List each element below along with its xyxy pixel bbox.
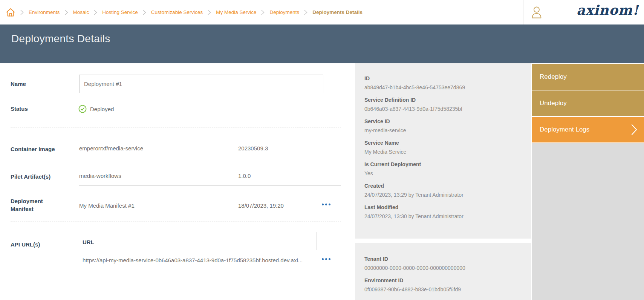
table-row-divider — [81, 269, 341, 269]
top-bar: Environments Mosaic Hosting Service Cust… — [0, 0, 644, 24]
topbar-divider — [523, 0, 523, 24]
info-field: Service Definition ID 0b646a03-a837-4413… — [364, 97, 524, 112]
status-check-icon — [78, 105, 87, 113]
row-divider — [79, 185, 341, 186]
section-divider — [11, 222, 341, 222]
name-input[interactable] — [79, 75, 323, 93]
deployment-logs-button[interactable]: Deployment Logs — [532, 117, 644, 142]
breadcrumb-item-mosaic[interactable]: Mosaic — [73, 9, 89, 15]
chevron-right-icon — [304, 10, 307, 15]
info-field-value: my-media-service — [364, 127, 524, 133]
chevron-right-icon — [94, 10, 97, 15]
breadcrumb-item-hosting-service[interactable]: Hosting Service — [102, 9, 138, 15]
info-field-value: 0b646a03-a837-4413-9d0a-1f75d58235bf — [364, 106, 524, 112]
info-field-value: My Media Service — [364, 149, 524, 155]
section-divider — [11, 127, 341, 127]
deployment-manifest-label: Deployment Manifest — [11, 197, 67, 213]
status-value: Deployed — [90, 106, 114, 112]
breadcrumb-item-environments[interactable]: Environments — [29, 9, 60, 15]
info-field: Service ID my-media-service — [364, 118, 524, 133]
undeploy-button-label: Undeploy — [540, 99, 567, 107]
info-field-label: Is Current Deployment — [364, 161, 524, 167]
info-field-label: Environment ID — [364, 277, 524, 283]
chevron-right-icon — [20, 10, 24, 15]
info-field-label: Last Modified — [364, 204, 524, 210]
container-image-label: Container Image — [11, 145, 55, 153]
row-divider — [79, 214, 341, 214]
deployment-logs-button-label: Deployment Logs — [540, 126, 589, 133]
redeploy-button-label: Redeploy — [540, 73, 567, 81]
home-icon[interactable] — [6, 8, 15, 17]
undeploy-button[interactable]: Undeploy — [532, 90, 644, 116]
main-content: Name Status Deployed Container Image emp… — [0, 63, 355, 300]
pilet-artifacts-version: 1.0.0 — [238, 173, 251, 179]
api-url-menu-dots-icon[interactable] — [320, 256, 332, 262]
deployment-manifest-value: My Media Manifest #1 — [79, 202, 135, 209]
breadcrumb: Environments Mosaic Hosting Service Cust… — [6, 0, 363, 24]
breadcrumb-item-my-media-service[interactable]: My Media Service — [216, 9, 256, 15]
deployment-info-section: ID ab849d47-b1b4-4bc5-8e46-54753ee7d869 … — [355, 63, 531, 239]
info-field-value: 24/07/2023, 13:30 by Tenant Administrato… — [364, 213, 524, 219]
deployments-details-page: Environments Mosaic Hosting Service Cust… — [0, 0, 644, 300]
actions-filler — [532, 143, 644, 300]
chevron-right-icon — [631, 124, 637, 136]
info-field-value: 00000000-0000-0000-0000-000000000000 — [364, 265, 524, 271]
pilet-artifacts-label: Pilet Artifact(s) — [11, 173, 50, 181]
breadcrumb-item-customizable-services[interactable]: Customizable Services — [151, 9, 203, 15]
info-field: Last Modified 24/07/2023, 13:30 by Tenan… — [364, 204, 524, 219]
info-field: Is Current Deployment Yes — [364, 161, 524, 176]
breadcrumb-item-deployments[interactable]: Deployments — [269, 9, 299, 15]
chevron-right-icon — [65, 10, 68, 15]
table-header-divider — [81, 250, 341, 250]
page-title: Deployments Details — [11, 33, 110, 45]
api-urls-label: API URL(s) — [11, 240, 40, 248]
info-field: Service Name My Media Service — [364, 140, 524, 155]
tenant-info-section: Tenant ID 00000000-0000-0000-0000-000000… — [355, 243, 531, 300]
row-divider — [79, 158, 341, 158]
deployment-manifest-menu-dots-icon[interactable] — [320, 201, 332, 208]
pilet-artifacts-value: media-workflows — [79, 173, 121, 179]
info-field-value: ab849d47-b1b4-4bc5-8e46-54753ee7d869 — [364, 84, 524, 90]
chevron-right-icon — [261, 10, 265, 15]
container-image-value: emperorrxf/media-service — [79, 145, 143, 152]
info-field: Tenant ID 00000000-0000-0000-0000-000000… — [364, 256, 524, 271]
actions-column: Redeploy Undeploy Deployment Logs — [532, 63, 644, 300]
container-image-version: 20230509.3 — [238, 145, 268, 152]
name-label: Name — [11, 80, 26, 88]
table-column-divider — [316, 232, 317, 250]
info-field: ID ab849d47-b1b4-4bc5-8e46-54753ee7d869 — [364, 75, 524, 90]
info-field-label: Service Name — [364, 140, 524, 146]
info-field: Environment ID 0f009387-90b6-4882-b83e-0… — [364, 277, 524, 292]
info-field-value: 24/07/2023, 13:29 by Tenant Administrato… — [364, 192, 524, 198]
page-header: Deployments Details — [0, 24, 644, 63]
info-field: Created 24/07/2023, 13:29 by Tenant Admi… — [364, 183, 524, 198]
breadcrumb-current: Deployments Details — [312, 9, 363, 15]
url-column-header: URL — [83, 239, 94, 245]
user-profile-icon[interactable] — [529, 5, 544, 20]
info-field-label: Tenant ID — [364, 256, 524, 262]
status-label: Status — [11, 105, 28, 113]
api-url-cell: https://api-my-media-service-0b646a03-a8… — [83, 257, 303, 263]
chevron-right-icon — [208, 10, 211, 15]
info-field-value: 0f009387-90b6-4882-b83e-01bdb05f6fd9 — [364, 286, 524, 292]
details-sidebar: ID ab849d47-b1b4-4bc5-8e46-54753ee7d869 … — [355, 63, 531, 300]
info-field-label: Service ID — [364, 118, 524, 124]
info-field-label: Created — [364, 183, 524, 189]
info-field-value: Yes — [364, 170, 524, 176]
status-badge: Deployed — [78, 105, 114, 113]
info-field-label: ID — [364, 75, 524, 81]
redeploy-button[interactable]: Redeploy — [532, 64, 644, 90]
deployment-manifest-date: 18/07/2023, 19:20 — [238, 202, 284, 209]
axinom-logo: axinom! — [577, 2, 639, 18]
info-field-label: Service Definition ID — [364, 97, 524, 103]
chevron-right-icon — [143, 10, 146, 15]
